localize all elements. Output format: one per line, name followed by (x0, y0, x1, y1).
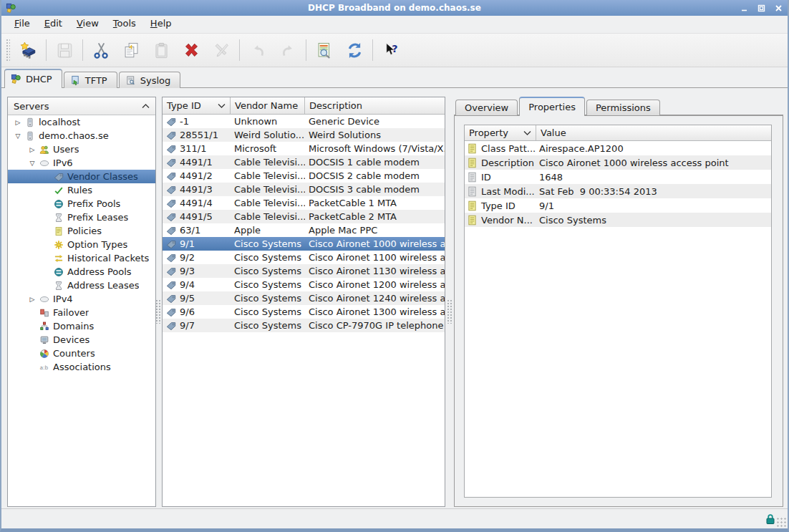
column-header-type-id[interactable]: Type ID (163, 97, 231, 114)
tree-item-associations[interactable]: a:bAssociations (8, 360, 155, 374)
tree-item-counters[interactable]: Counters (8, 347, 155, 360)
tab-overview[interactable]: Overview (455, 100, 518, 115)
tree-item-users[interactable]: ▷Users (8, 142, 155, 156)
servers-header[interactable]: Servers (8, 97, 155, 115)
tree-item-historical-packets[interactable]: Historical Packets (8, 251, 155, 265)
cell-text: 311/1 (180, 143, 206, 154)
maximize-button[interactable] (756, 3, 766, 13)
tree-item-ipv4[interactable]: ▷IPv4 (8, 292, 155, 306)
cut-button[interactable] (86, 36, 116, 64)
property-row[interactable]: Type ID9/1 (465, 198, 771, 213)
tree-item-localhost[interactable]: ▷localhost (8, 115, 155, 129)
column-header-description[interactable]: Description (305, 97, 445, 114)
tree-item-policies[interactable]: Policies (8, 224, 155, 238)
property-row[interactable]: Last Modi...Sat Feb 9 00:33:54 2013 (465, 184, 771, 198)
tab-syslog[interactable]: Syslog (119, 72, 181, 88)
column-header-value[interactable]: Value (536, 125, 771, 140)
tree-item-domains[interactable]: Domains (8, 319, 155, 333)
vendor-classes-panel: Type IDVendor NameDescription -1UnknownG… (162, 97, 445, 507)
redo-button (273, 36, 303, 64)
cell-property: Vendor N... (465, 213, 536, 227)
table-row[interactable]: 4491/1Cable Televisi...DOCSIS 1 cable mo… (163, 155, 445, 169)
syslog-icon (125, 75, 136, 86)
tree-item-prefix-pools[interactable]: Prefix Pools (8, 197, 155, 211)
menu-help[interactable]: Help (143, 16, 179, 33)
menu-tools[interactable]: Tools (106, 16, 143, 33)
lock-icon (765, 513, 776, 525)
tree-item-prefix-leases[interactable]: Prefix Leases (8, 211, 155, 224)
tree-item-address-pools[interactable]: Address Pools (8, 265, 155, 279)
cell-description: Cisco Aironet 1300 wireless ac... (305, 305, 445, 319)
property-row[interactable]: ID1648 (465, 170, 771, 184)
tab-tftp[interactable]: TFTP (64, 72, 117, 88)
table-row[interactable]: 4491/2Cable Televisi...DOCSIS 2 cable mo… (163, 169, 445, 183)
property-row[interactable]: DescriptionCisco Aironet 1000 wireless a… (465, 155, 771, 170)
tree-item-label: Historical Packets (65, 253, 149, 263)
context-help-button[interactable]: ? (376, 36, 406, 64)
table-row[interactable]: 9/1Cisco SystemsCisco Aironet 1000 wirel… (163, 237, 445, 251)
expander-closed-icon[interactable]: ▷ (26, 146, 38, 153)
table-row[interactable]: 9/7Cisco SystemsCisco CP-7970G IP teleph… (163, 319, 445, 332)
tree-item-vendor-classes[interactable]: Vendor Classes (8, 170, 155, 183)
expander-closed-icon[interactable]: ▷ (26, 296, 38, 303)
resize-grip[interactable] (776, 517, 786, 527)
table-row[interactable]: -1UnknownGeneric Device (163, 115, 445, 128)
table-row[interactable]: 4491/5Cable Televisi...PacketCable 2 MTA (163, 210, 445, 223)
table-row[interactable]: 9/5Cisco SystemsCisco Aironet 1240 wirel… (163, 291, 445, 305)
splitter-handle[interactable] (155, 299, 161, 324)
tree-item-rules[interactable]: Rules (8, 183, 155, 197)
table-row[interactable]: 311/1MicrosoftMicrosoft Windows (7/Vista… (163, 142, 445, 155)
tree-item-devices[interactable]: Devices (8, 333, 155, 347)
tree-item-ipv6[interactable]: ▽IPv6 (8, 156, 155, 170)
tree-item-address-leases[interactable]: Address Leases (8, 279, 155, 292)
delete-button[interactable] (176, 36, 206, 64)
table-row[interactable]: 9/6Cisco SystemsCisco Aironet 1300 wirel… (163, 305, 445, 319)
table-row[interactable]: 9/3Cisco SystemsCisco Aironet 1130 wirel… (163, 264, 445, 278)
cell-type-id: 9/1 (163, 237, 231, 251)
property-row[interactable]: Vendor N...Cisco Systems (465, 213, 771, 227)
new-connection-button[interactable] (13, 36, 43, 64)
tab-properties[interactable]: Properties (519, 97, 585, 115)
menu-view[interactable]: View (69, 16, 106, 33)
table-row[interactable]: 9/4Cisco SystemsCisco Aironet 1200 wirel… (163, 278, 445, 291)
toolbar-separator (82, 39, 83, 61)
menu-edit[interactable]: Edit (37, 16, 69, 33)
server-icon (24, 131, 37, 141)
cell-text: Cisco Aironet 1000 wireless access point (539, 158, 729, 168)
minimize-button[interactable] (739, 3, 749, 13)
expander-closed-icon[interactable]: ▷ (12, 119, 24, 126)
column-header-property[interactable]: Property (465, 125, 536, 140)
tree-item-option-types[interactable]: Option Types (8, 238, 155, 251)
table-row[interactable]: 4491/4Cable Televisi...PacketCable 1 MTA (163, 196, 445, 210)
tab-label: Overview (465, 102, 508, 113)
column-header-vendor-name[interactable]: Vendor Name (231, 97, 305, 114)
copy-button[interactable] (116, 36, 146, 64)
chevron-up-icon[interactable] (142, 104, 150, 109)
table-row[interactable]: 28551/1Weird Solutio...Weird Solutions (163, 128, 445, 142)
property-row[interactable]: Class Patt...Airespace.AP1200 (465, 141, 771, 155)
expander-open-icon[interactable]: ▽ (26, 160, 38, 167)
tree-item-demo-chaos-se[interactable]: ▽demo.chaos.se (8, 129, 155, 142)
toolbar-drag-handle[interactable] (6, 39, 10, 62)
tab-permissions[interactable]: Permissions (586, 100, 660, 115)
cell-vendor-name: Unknown (231, 115, 305, 128)
table-row[interactable]: 63/1AppleApple Mac PPC (163, 223, 445, 237)
splitter-handle[interactable] (447, 299, 452, 324)
cell-description: PacketCable 1 MTA (305, 196, 445, 210)
associations-icon: a:b (38, 362, 51, 372)
expander-open-icon[interactable]: ▽ (12, 132, 24, 140)
menu-file[interactable]: File (7, 16, 37, 33)
close-button[interactable] (773, 3, 783, 13)
devices-icon (38, 335, 51, 345)
cell-text: Cisco Aironet 1240 wireless ac... (309, 293, 445, 304)
tree-item-failover[interactable]: Failover (8, 306, 155, 319)
preview-button[interactable] (309, 36, 339, 64)
vendor-tag-icon (52, 172, 65, 182)
table-row[interactable]: 4491/3Cable Televisi...DOCSIS 3 cable mo… (163, 183, 445, 196)
title-bar[interactable]: DHCP Broadband on demo.chaos.se (1, 0, 788, 16)
cell-vendor-name: Cisco Systems (231, 291, 305, 305)
table-row[interactable]: 9/2Cisco SystemsCisco Aironet 1100 wirel… (163, 251, 445, 264)
cell-description: Apple Mac PPC (305, 223, 445, 237)
refresh-button[interactable] (339, 36, 369, 64)
tab-dhcp[interactable]: DHCP (4, 69, 62, 88)
